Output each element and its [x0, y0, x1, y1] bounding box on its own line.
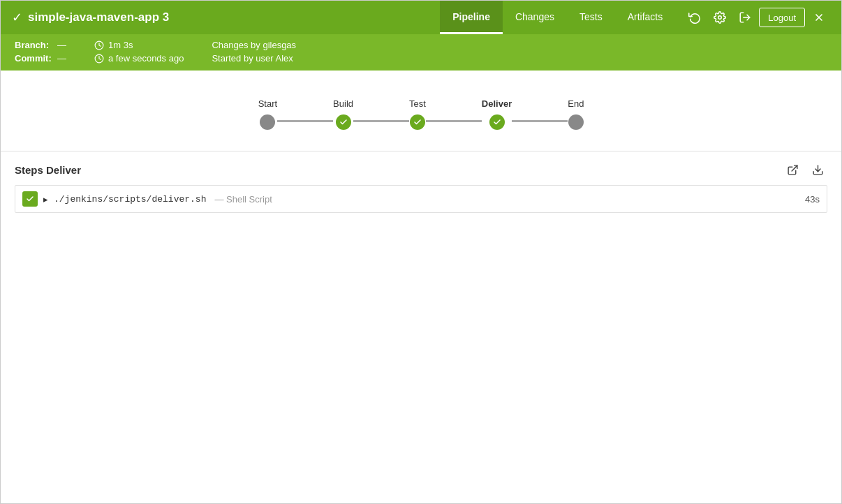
duration-row: 1m 3s: [94, 40, 184, 50]
commit-row: Commit: —: [15, 53, 66, 64]
stage-start: Start: [258, 98, 277, 130]
connector-build-test: [353, 120, 409, 122]
branch-value: —: [57, 40, 66, 50]
stage-build-node: [336, 114, 351, 130]
info-labels: Branch: — Commit: —: [15, 40, 66, 64]
step-type: — Shell Script: [214, 194, 272, 205]
nav-tabs: Pipeline Changes Tests Artifacts: [440, 1, 675, 34]
svg-point-0: [718, 16, 722, 20]
duration-value: 1m 3s: [108, 40, 133, 50]
stage-end: End: [568, 98, 584, 130]
exit-icon: [739, 11, 751, 24]
svg-line-6: [792, 165, 797, 171]
gear-icon: [714, 11, 726, 24]
replay-icon: [688, 11, 701, 24]
step-status-icon: [22, 191, 38, 207]
close-button[interactable]: [808, 6, 830, 29]
tab-changes[interactable]: Changes: [503, 1, 567, 34]
tab-pipeline[interactable]: Pipeline: [440, 1, 503, 34]
step-duration: 43s: [805, 194, 820, 205]
steps-header: Steps Deliver: [15, 151, 827, 185]
app-window: ✓ simple-java-maven-app 3 Pipeline Chang…: [0, 0, 842, 504]
info-timing: 1m 3s a few seconds ago: [94, 40, 184, 64]
pipeline-stages: Start Build Test: [258, 98, 584, 130]
stage-test-label: Test: [409, 98, 426, 109]
stage-deliver-label: Deliver: [482, 98, 512, 109]
steps-actions: [783, 160, 827, 179]
commit-label: Commit:: [15, 53, 53, 64]
tab-tests[interactable]: Tests: [567, 1, 615, 34]
step-expand-button[interactable]: ▸: [43, 194, 48, 205]
stage-build[interactable]: Build: [333, 98, 353, 130]
connector-start-build: [277, 120, 333, 122]
time-ago-row: a few seconds ago: [94, 53, 184, 64]
replay-button[interactable]: [684, 6, 706, 29]
started-by: Started by user Alex: [212, 53, 296, 64]
header-bar: ✓ simple-java-maven-app 3 Pipeline Chang…: [1, 1, 841, 34]
checkmark-icon: [413, 118, 422, 126]
branch-label: Branch:: [15, 40, 53, 50]
checkmark-icon: [493, 118, 501, 126]
stage-build-label: Build: [333, 98, 353, 109]
settings-button[interactable]: [709, 6, 731, 29]
step-check-icon: [26, 195, 34, 203]
stage-test-node: [410, 114, 425, 130]
stage-end-node: [568, 114, 584, 130]
exit-button[interactable]: [734, 6, 756, 29]
check-icon: ✓: [12, 10, 22, 25]
steps-title: Steps Deliver: [15, 164, 81, 176]
step-row: ▸ ./jenkins/scripts/deliver.sh — Shell S…: [15, 185, 827, 213]
info-bar: Branch: — Commit: — 1m 3s a: [1, 34, 841, 71]
stage-deliver[interactable]: Deliver: [482, 98, 512, 130]
close-icon: [813, 12, 825, 23]
stage-end-label: End: [568, 98, 584, 109]
logout-button[interactable]: Logout: [759, 8, 805, 27]
branch-row: Branch: —: [15, 40, 66, 50]
time-icon: [94, 54, 104, 64]
steps-section: Steps Deliver: [1, 151, 841, 503]
header-actions: Logout: [684, 6, 830, 29]
connector-deliver-end: [512, 120, 568, 122]
changes-by: Changes by gilesgas: [212, 40, 296, 50]
stage-start-node: [260, 114, 275, 130]
download-icon: [812, 164, 824, 176]
external-link-button[interactable]: [783, 160, 802, 179]
page-title: simple-java-maven-app 3: [28, 10, 169, 24]
stage-test[interactable]: Test: [409, 98, 426, 130]
step-name: ./jenkins/scripts/deliver.sh: [54, 194, 206, 205]
main-content: Start Build Test: [1, 71, 841, 503]
info-extra: Changes by gilesgas Started by user Alex: [212, 40, 296, 64]
stage-deliver-node: [489, 114, 505, 130]
connector-test-deliver: [426, 120, 482, 122]
pipeline-area: Start Build Test: [1, 71, 841, 151]
download-button[interactable]: [808, 160, 827, 179]
commit-value: —: [57, 53, 66, 64]
checkmark-icon: [339, 118, 348, 126]
time-ago-value: a few seconds ago: [108, 53, 184, 64]
clock-icon: [94, 40, 104, 50]
tab-artifacts[interactable]: Artifacts: [615, 1, 676, 34]
external-link-icon: [787, 164, 799, 176]
stage-start-label: Start: [258, 98, 277, 109]
